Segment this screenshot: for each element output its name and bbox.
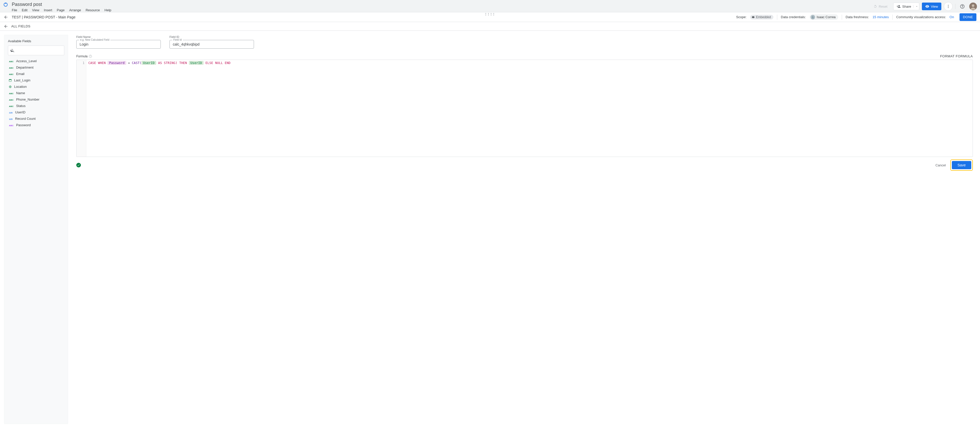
tok-password-field[interactable]: Password (108, 61, 126, 65)
menu-view[interactable]: View (30, 8, 41, 13)
divider (892, 14, 893, 20)
format-formula-button[interactable]: FORMAT FORMULA (940, 54, 973, 58)
tok-userid2-field[interactable]: UserID (189, 61, 204, 65)
person-add-icon (897, 4, 900, 8)
field-list: ABCAccess_LevelABCDepartmentABCEmailLast… (8, 58, 66, 128)
menu-file[interactable]: File (10, 8, 19, 13)
page-title: TEST | PASSWORD POST - Main Page (12, 15, 76, 19)
tok-else: ELSE (204, 61, 215, 65)
save-highlight: Save (950, 159, 973, 171)
svg-point-7 (812, 16, 813, 17)
scope-chip[interactable]: Embedded (750, 15, 773, 19)
field-item[interactable]: ABCPassword (8, 122, 66, 128)
fields-back-button[interactable] (3, 24, 8, 29)
field-item[interactable]: 123Record Count (8, 115, 66, 122)
view-button[interactable]: View (922, 3, 941, 10)
done-label: DONE (963, 15, 973, 19)
field-item[interactable]: ABCEmail (8, 71, 66, 77)
tok-as-string: AS STRING) (156, 61, 177, 65)
share-caret[interactable] (913, 5, 918, 8)
field-type-icon (8, 85, 12, 89)
done-button[interactable]: DONE (959, 13, 977, 21)
more-button[interactable] (944, 2, 953, 11)
user-avatar-icon (811, 15, 815, 19)
svg-point-4 (948, 7, 949, 8)
menu-arrange[interactable]: Arrange (67, 8, 83, 13)
cancel-button[interactable]: Cancel (932, 161, 949, 169)
divider (777, 14, 777, 20)
field-item[interactable]: ABCStatus (8, 103, 66, 109)
tok-case: CASE (88, 61, 96, 65)
field-item[interactable]: 123UserID (8, 109, 66, 115)
field-name-input-wrap[interactable]: e.g. New Calculated Field (76, 40, 161, 49)
creds-chip[interactable]: Isaac Correa (810, 14, 838, 20)
field-item[interactable]: ABCName (8, 90, 66, 96)
svg-point-3 (948, 6, 949, 7)
formula-label: Formula (76, 54, 88, 58)
work-area: Available Fields ABCAccess_LevelABCDepar… (0, 31, 980, 428)
field-name-label: Status (16, 104, 25, 108)
field-item[interactable]: ABCPhone_Number (8, 96, 66, 103)
field-search-input[interactable] (15, 49, 62, 53)
share-button[interactable]: Share (893, 3, 920, 10)
help-button[interactable] (958, 2, 967, 11)
field-item[interactable]: ABCAccess_Level (8, 58, 66, 64)
scope-value: Embedded (756, 15, 771, 19)
freshness-value[interactable]: 15 minutes (872, 15, 889, 19)
field-item[interactable]: Location (8, 83, 66, 90)
formula-editor[interactable]: 1 CASE WHEN Password = CAST(UserID AS ST… (76, 60, 973, 157)
field-search[interactable] (8, 46, 64, 55)
svg-point-2 (948, 5, 949, 6)
all-fields-label[interactable]: ALL FIELDS (11, 24, 30, 28)
field-type-icon: 123 (8, 117, 13, 121)
field-name-float: e.g. New Calculated Field (79, 38, 110, 41)
search-icon (10, 48, 15, 53)
account-avatar[interactable] (969, 3, 977, 10)
svg-point-6 (972, 4, 974, 7)
code-gutter: 1 (76, 60, 86, 157)
field-item[interactable]: ABCDepartment (8, 64, 66, 71)
field-id-input[interactable] (170, 40, 254, 48)
viz-access-value[interactable]: On (950, 15, 954, 19)
save-button[interactable]: Save (952, 161, 971, 169)
menu-help[interactable]: Help (102, 8, 113, 13)
creds-label: Data credentials: (781, 15, 806, 19)
svg-point-1 (5, 3, 6, 4)
menu-edit[interactable]: Edit (20, 8, 29, 13)
tok-userid1-field[interactable]: UserID (142, 61, 156, 65)
field-name-label: Phone_Number (16, 97, 40, 101)
field-type-icon: ABC (8, 104, 14, 108)
field-id-label: Field ID (169, 35, 254, 38)
field-item[interactable]: Last_Login (8, 77, 66, 83)
drag-handle-icon[interactable]: • • • •• • • • (485, 12, 495, 16)
creds-user: Isaac Correa (817, 15, 835, 19)
menu-resource[interactable]: Resource (83, 8, 102, 13)
page-back-button[interactable] (3, 15, 8, 19)
tok-then: THEN (177, 61, 189, 65)
calc-field-editor: Field Name e.g. New Calculated Field Fie… (72, 31, 980, 428)
code-area[interactable]: CASE WHEN Password = CAST(UserID AS STRI… (86, 60, 972, 157)
view-label: View (931, 5, 938, 8)
field-type-icon: 123 (8, 110, 13, 114)
field-name-input[interactable] (76, 40, 161, 48)
menu-page[interactable]: Page (55, 8, 67, 13)
menu-insert[interactable]: Insert (42, 8, 54, 13)
reset-label: Reset (879, 5, 887, 8)
tok-null: NULL (215, 61, 223, 65)
available-fields-panel: Available Fields ABCAccess_LevelABCDepar… (4, 35, 68, 424)
field-name-label: Access_Level (16, 59, 37, 63)
help-circle-icon[interactable]: ? (89, 54, 92, 58)
field-type-icon: ABC (8, 65, 14, 69)
tok-eq: = (126, 61, 132, 65)
field-id-input-wrap[interactable]: Field Id (169, 40, 254, 49)
field-name-label: Location (14, 85, 27, 89)
page-status-bar: • • • •• • • • TEST | PASSWORD POST - Ma… (0, 12, 980, 22)
field-name-label: Password (16, 123, 31, 127)
undo-icon (873, 5, 877, 8)
field-name-label: Field Name (76, 35, 161, 38)
tok-end: END (223, 61, 231, 65)
field-type-icon (8, 79, 12, 82)
doc-title[interactable]: Password post (11, 1, 868, 8)
menu-bar: File Edit View Insert Page Arrange Resou… (10, 8, 868, 13)
field-name-label: Department (16, 65, 33, 69)
